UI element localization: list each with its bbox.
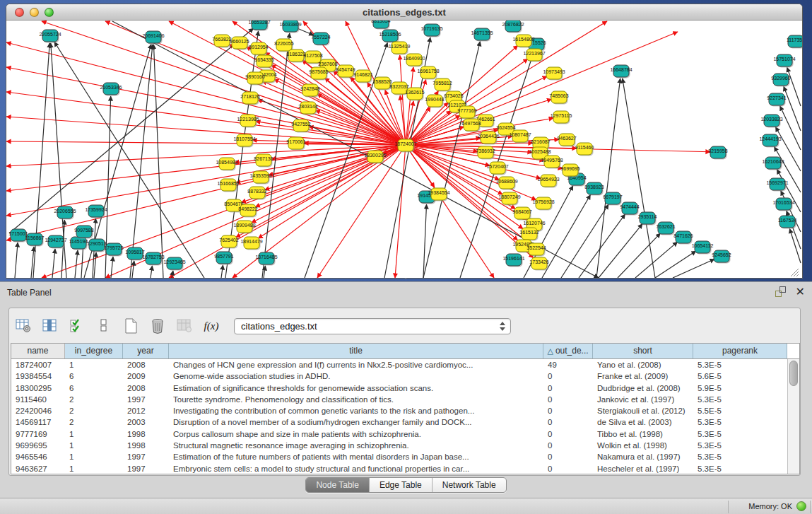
show-column-icon[interactable] [40, 316, 60, 336]
cell-title[interactable]: Estimation of the future numbers of pati… [169, 451, 543, 462]
graph-node[interactable]: 15692971 [766, 178, 788, 192]
graph-node[interactable]: 6679197 [603, 192, 622, 206]
cell-short[interactable]: Tibbo et al. (1998) [593, 428, 693, 440]
graph-edge[interactable] [395, 145, 406, 278]
tab-edge-table[interactable]: Edge Table [370, 478, 433, 492]
graph-node[interactable]: 7557224 [311, 33, 330, 46]
graph-node[interactable]: 3522544 [526, 243, 546, 257]
cell-year[interactable]: 1997 [123, 451, 169, 462]
cell-pagerank[interactable]: 5.3E-5 [693, 463, 787, 474]
cell-short[interactable]: Hescheler et al. (1997) [593, 463, 693, 474]
cell-in_degree[interactable]: 1 [65, 451, 123, 462]
graph-node[interactable]: 15218506 [379, 30, 401, 43]
cell-in_degree[interactable]: 1 [65, 440, 123, 451]
graph-node[interactable]: 1615132 [519, 228, 539, 241]
cell-title[interactable]: Genome-wide association studies in ADHD. [169, 370, 543, 382]
graph-node[interactable]: 15751074 [773, 54, 795, 68]
new-table-icon[interactable] [121, 316, 141, 336]
graph-node[interactable]: 21053346 [100, 83, 122, 96]
graph-edge[interactable] [784, 86, 801, 131]
vertical-scrollbar[interactable] [787, 359, 799, 474]
graph-edge[interactable] [94, 252, 96, 278]
cell-name[interactable]: 9465546 [11, 451, 65, 462]
graph-node[interactable]: 5912954 [249, 42, 268, 56]
graph-node[interactable]: 8498222 [238, 204, 257, 218]
graph-node[interactable]: 8878332 [247, 187, 266, 200]
graph-edge[interactable] [151, 266, 152, 278]
graph-node[interactable]: 8471626 [673, 231, 693, 245]
cell-title[interactable]: Embryonic stem cells: a model to study s… [169, 463, 543, 474]
cell-in_degree[interactable]: 2 [65, 416, 123, 428]
cell-short[interactable]: Nakamura et al. (1997) [593, 451, 693, 462]
cell-short[interactable]: Jankovic et al. (1997) [593, 394, 693, 405]
graph-edge[interactable] [623, 78, 655, 278]
graph-node[interactable]: 1167534 [778, 216, 797, 229]
tab-node-table[interactable]: Node Table [306, 478, 370, 492]
cell-short[interactable]: Yano et al. (2008) [593, 359, 693, 370]
float-panel-icon[interactable] [775, 286, 786, 297]
graph-edge[interactable] [599, 224, 642, 278]
graph-node[interactable]: 8267130 [254, 154, 273, 168]
cell-pagerank[interactable]: 5.9E-5 [693, 382, 787, 394]
resize-grip-icon[interactable] [791, 269, 799, 276]
graph-edge[interactable] [6, 145, 406, 191]
function-builder-icon[interactable]: f(x) [201, 316, 221, 336]
cell-short[interactable]: Franke et al. (2009) [593, 370, 693, 382]
cell-short[interactable]: Stergiakouli et al. (2012) [593, 405, 693, 416]
row-height-icon[interactable] [94, 316, 114, 336]
graph-node[interactable]: 16210643 [762, 157, 784, 170]
graph-node[interactable]: 17359924 [85, 205, 107, 218]
graph-node[interactable]: 10653287 [248, 21, 270, 31]
graph-node[interactable]: 16154808 [512, 35, 534, 48]
window-titlebar[interactable]: citations_edges.txt [6, 4, 802, 21]
graph-node[interactable]: 8454749 [336, 65, 355, 78]
cell-pagerank[interactable]: 5.6E-5 [693, 370, 787, 382]
cell-in_degree[interactable]: 1 [65, 463, 123, 474]
graph-node[interactable]: 9890160 [245, 72, 264, 86]
graph-node[interactable]: 1362615 [405, 88, 424, 101]
graph-node[interactable]: 7485063 [549, 91, 568, 105]
graph-node[interactable]: 9699695 [560, 164, 579, 177]
cell-year[interactable]: 2009 [123, 370, 169, 382]
cell-out_de[interactable]: 49 [543, 359, 593, 370]
graph-node[interactable]: 12942737 [45, 235, 66, 249]
graph-node[interactable]: 8813054 [371, 21, 390, 30]
column-header-in_degree[interactable]: in_degree [65, 344, 123, 358]
graph-node[interactable]: 16648784 [610, 65, 632, 78]
cell-name[interactable]: 19384554 [11, 370, 65, 382]
cell-out_de[interactable]: 0 [543, 428, 593, 440]
graph-node[interactable]: 9242848 [300, 84, 319, 98]
cell-out_de[interactable]: 0 [543, 451, 593, 462]
graph-node[interactable]: 10973493 [543, 67, 565, 81]
cell-year[interactable]: 2003 [123, 416, 169, 428]
cell-title[interactable]: Corpus callosum shape and size in male p… [169, 428, 543, 440]
column-header-short[interactable]: short [593, 344, 693, 358]
cell-name[interactable]: 18300295 [11, 382, 65, 394]
graph-node[interactable]: 8938923 [584, 182, 604, 196]
graph-node[interactable]: 9146821 [353, 70, 372, 83]
graph-node[interactable]: 9857791 [214, 252, 233, 265]
graph-node[interactable]: 1117352 [787, 35, 802, 49]
graph-edge[interactable] [6, 117, 406, 145]
graph-edge[interactable] [6, 145, 406, 240]
cell-out_de[interactable]: 0 [543, 370, 593, 382]
graph-node[interactable]: 9170061 [286, 137, 305, 151]
graph-node[interactable]: 12975115 [551, 111, 572, 124]
cell-out_de[interactable]: 0 [543, 416, 593, 428]
table-row[interactable]: 1830029562008Estimation of significance … [11, 382, 787, 394]
table-row[interactable]: 946554611997Estimation of the future num… [11, 451, 787, 462]
cell-in_degree[interactable]: 1 [65, 428, 123, 440]
graph-node[interactable]: 15720407 [486, 162, 508, 175]
cell-pagerank[interactable]: 5.5E-5 [693, 405, 787, 416]
cell-out_de[interactable]: 0 [543, 440, 593, 451]
graph-node[interactable]: 20206555 [54, 206, 76, 220]
graph-edge[interactable] [15, 243, 18, 278]
cell-title[interactable]: Tourette syndrome. Phenomenology and cla… [169, 394, 543, 405]
graph-edge[interactable] [406, 145, 710, 152]
graph-node[interactable]: 22055724 [39, 30, 61, 43]
cell-title[interactable]: Investigating the contribution of common… [169, 405, 543, 416]
cell-name[interactable]: 9115460 [11, 394, 65, 405]
graph-edge[interactable] [172, 271, 173, 278]
table-row[interactable]: 911546021997Tourette syndrome. Phenomeno… [11, 394, 787, 405]
graph-node[interactable]: 14671355 [471, 28, 493, 42]
